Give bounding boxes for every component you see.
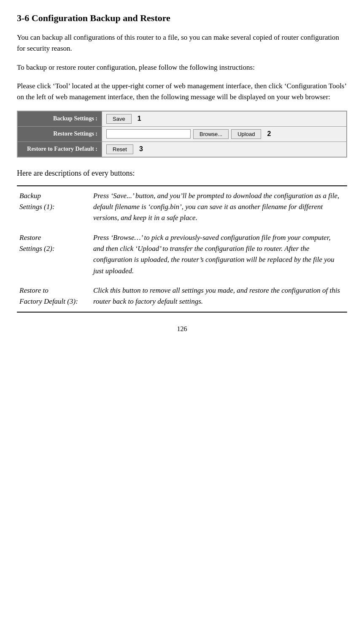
browse-button[interactable]: Browse... [193,129,229,139]
row-number-2: 2 [264,130,271,138]
intro-paragraph-3: Please click ‘Tool’ located at the upper… [17,81,347,103]
restore-factory-label: Restore to Factory Default : [18,141,102,157]
restore-factory-controls: Reset 3 [102,141,347,157]
desc-row-restore: RestoreSettings (2): Press ‘Browse…’ to … [17,228,347,281]
desc-term-restore: RestoreSettings (2): [17,228,91,281]
desc-def-backup: Press ‘Save...’ button, and you’ll be pr… [91,186,347,228]
config-ui-table: Backup Settings : Save 1 Restore Setting… [17,111,347,158]
restore-settings-row: Restore Settings : Browse... Upload 2 [18,126,347,141]
desc-term-factory: Restore toFactory Default (3): [17,281,91,312]
restore-file-input[interactable] [106,129,191,139]
restore-settings-label: Restore Settings : [18,126,102,141]
descriptions-table: BackupSettings (1): Press ‘Save...’ butt… [17,185,347,313]
page-title: 3-6 Configuration Backup and Restore [17,13,347,24]
backup-settings-label: Backup Settings : [18,111,102,126]
backup-settings-controls: Save 1 [102,111,347,126]
row-number-1: 1 [134,115,141,122]
save-button[interactable]: Save [106,114,132,124]
backup-settings-row: Backup Settings : Save 1 [18,111,347,126]
reset-button[interactable]: Reset [106,144,133,154]
restore-settings-controls: Browse... Upload 2 [102,126,347,141]
intro-paragraph-1: You can backup all configurations of thi… [17,32,347,54]
upload-button[interactable]: Upload [231,129,261,139]
desc-def-restore: Press ‘Browse…’ to pick a previously-sav… [91,228,347,281]
intro-paragraph-2: To backup or restore router configuratio… [17,62,347,73]
descriptions-header: Here are descriptions of every buttons: [17,168,347,179]
desc-row-factory: Restore toFactory Default (3): Click thi… [17,281,347,312]
desc-term-backup: BackupSettings (1): [17,186,91,228]
page-number: 126 [17,325,347,333]
row-number-3: 3 [136,145,143,153]
desc-def-factory: Click this button to remove all settings… [91,281,347,312]
restore-factory-row: Restore to Factory Default : Reset 3 [18,141,347,157]
desc-row-backup: BackupSettings (1): Press ‘Save...’ butt… [17,186,347,228]
